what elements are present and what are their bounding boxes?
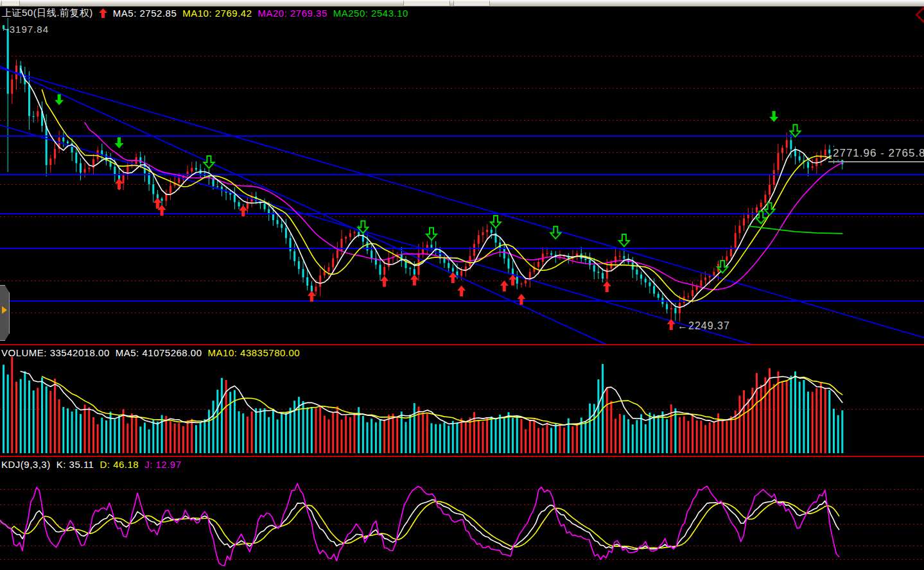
scrollbar-segment[interactable] [1,1,20,6]
scrollbar-segment[interactable] [403,1,450,6]
ma10-value: MA10: 2769.42 [182,8,252,19]
chart-canvas[interactable] [0,0,924,570]
volume-header: VOLUME: 33542018.00 MA5: 41075268.00 MA1… [1,347,300,358]
expand-arrow-icon [2,306,7,314]
top-scrollbar-strip[interactable] [0,0,924,6]
up-arrow-icon [99,8,107,18]
panel-expand-tab[interactable] [0,285,10,341]
symbol-title: 上证50(日线.前复权) [2,7,93,19]
main-chart-header: 上证50(日线.前复权) MA5: 2752.85 MA10: 2769.42 … [2,7,408,19]
low-price-label: ←2249.37 [677,320,730,332]
kdj-d-value: D: 46.18 [100,459,139,470]
volume-ma5-value: MA5: 41075268.00 [116,347,202,358]
kdj-j-value: J: 12.97 [144,459,181,470]
trading-app-window: 上证50(日线.前复权) MA5: 2752.85 MA10: 2769.42 … [0,0,924,570]
volume-ma10-value: MA10: 43835780.00 [208,347,301,358]
high-price-label: ~3197.84 [3,24,49,35]
kdj-k-value: K: 35.11 [57,459,94,470]
current-price-label: 2771.96 - 2765.8 [832,147,924,160]
ma20-value: MA20: 2769.35 [258,8,327,19]
kdj-name: KDJ(9,3,3) [1,459,51,470]
kdj-header: KDJ(9,3,3) K: 35.11 D: 46.18 J: 12.97 [1,459,182,470]
scrollbar-segment[interactable] [453,1,490,6]
ma250-value: MA250: 2543.10 [333,8,408,19]
ma5-value: MA5: 2752.85 [113,8,177,19]
volume-value: VOLUME: 33542018.00 [1,347,110,358]
